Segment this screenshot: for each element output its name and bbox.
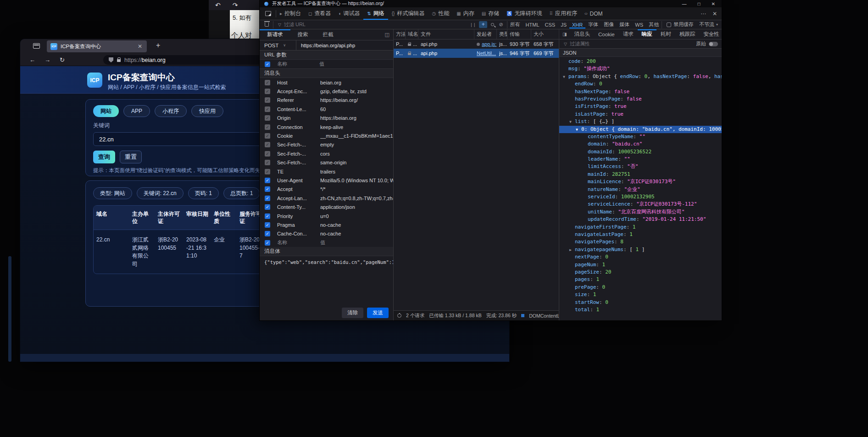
json-tree-row[interactable]: navigateFirstPage: 1 xyxy=(559,224,722,231)
request-header-row[interactable]: ✓Content-Le...60 xyxy=(260,105,393,113)
checkbox-checked-icon[interactable]: ✓ xyxy=(265,204,270,210)
type-filter-其他[interactable]: 其他 xyxy=(646,20,662,29)
header-value[interactable]: beian.org xyxy=(320,80,393,85)
type-filter-媒体[interactable]: 媒体 xyxy=(617,20,632,29)
header-value[interactable]: zh-CN,zh;q=0.8,zh-TW;q=0.7,zh-HK;q=0... xyxy=(320,196,393,201)
request-header-row[interactable]: ✓Sec-Fetch-...same-origin xyxy=(260,158,393,167)
json-tree-row[interactable]: ▼0: Object { domain: "baidu.cn", domainI… xyxy=(559,126,722,133)
header-value[interactable]: cors xyxy=(320,151,393,157)
network-column-文件[interactable]: 文件 xyxy=(418,29,474,39)
dock-panel-icon[interactable]: ◨ xyxy=(559,32,570,37)
filter-url-input[interactable]: 过滤 URL xyxy=(284,21,306,28)
json-tree-row[interactable]: mainLicence: "京ICP证030173号" xyxy=(559,178,722,185)
request-header-row[interactable]: ✓TEtrailers xyxy=(260,167,393,176)
devtools-tab-DOM[interactable]: ‹›DOM xyxy=(581,7,606,20)
header-value[interactable]: 值 xyxy=(320,239,393,246)
search-icon[interactable] xyxy=(491,23,494,26)
header-value[interactable]: gzip, deflate, br, zstd xyxy=(320,89,393,94)
network-column-发起者[interactable]: 发起者 xyxy=(474,29,497,39)
response-tab-请求[interactable]: 请求 xyxy=(619,29,638,39)
json-tree-row[interactable]: ▼list: [ {…} ] xyxy=(559,118,722,125)
request-header-row[interactable]: ✓Originhttps://beian.org xyxy=(260,114,393,123)
request-header-row[interactable]: ✓Sec-Fetch-...empty xyxy=(260,140,393,149)
json-tree-row[interactable]: serviceLicence: "京ICP证030173号-112" xyxy=(559,201,722,208)
request-header-row[interactable]: ✓名称值 xyxy=(260,238,393,247)
header-name[interactable]: Sec-Fetch-... xyxy=(277,142,320,147)
reload-button[interactable]: ↻ xyxy=(60,56,65,63)
checkbox-checked-icon[interactable]: ✓ xyxy=(265,231,270,236)
type-filter-XHR[interactable]: XHR xyxy=(569,21,585,28)
back-button[interactable]: ← xyxy=(29,56,35,63)
forward-icon[interactable]: ↷ xyxy=(233,1,238,9)
expander-open-icon[interactable]: ▼ xyxy=(569,118,575,125)
header-name[interactable]: Priority xyxy=(277,213,320,219)
header-name[interactable]: Host xyxy=(277,80,320,85)
checkbox-checked-icon[interactable]: ✓ xyxy=(265,80,270,85)
devtools-tab-性能[interactable]: ◷性能 xyxy=(428,7,453,20)
header-value[interactable]: u=0 xyxy=(320,213,393,219)
response-tab-Cookie[interactable]: Cookie xyxy=(594,29,619,39)
header-name[interactable]: Accept xyxy=(277,186,320,192)
json-tree-row[interactable]: limitAccess: "否" xyxy=(559,163,722,170)
initiator-link[interactable]: NetUtil... xyxy=(477,50,496,56)
json-tree-row[interactable]: endRow: 0 xyxy=(559,80,722,88)
checkbox-checked-icon[interactable]: ✓ xyxy=(265,213,270,219)
header-name[interactable]: Cookie xyxy=(277,133,320,139)
header-value[interactable]: Mozilla/5.0 (Windows NT 10.0; Win64; x6.… xyxy=(320,178,393,183)
request-editor-tab-搜索[interactable]: 搜索 xyxy=(290,29,316,40)
maximize-icon[interactable]: □ xyxy=(698,1,701,6)
header-name[interactable]: Sec-Fetch-... xyxy=(277,151,320,157)
expander-open-icon[interactable]: ▼ xyxy=(576,126,581,133)
param-value-placeholder[interactable]: 值 xyxy=(319,61,324,67)
checkbox-checked-icon[interactable]: ✓ xyxy=(265,115,270,121)
header-name[interactable]: Sec-Fetch-... xyxy=(277,160,320,165)
type-filter-图像[interactable]: 图像 xyxy=(601,20,617,29)
request-header-row[interactable]: ✓Connectionkeep-alive xyxy=(260,123,393,131)
header-name[interactable]: Accept-Lan... xyxy=(277,196,320,201)
request-editor-tab-新请求[interactable]: 新请求 xyxy=(260,29,290,40)
request-header-row[interactable]: ✓Cache-Con...no-cache xyxy=(260,230,393,238)
json-tree-row[interactable]: updateRecordTime: "2019-01-24 11:21:50" xyxy=(559,216,722,223)
json-tree-row[interactable]: nextPage: 0 xyxy=(559,253,722,261)
header-value[interactable]: */* xyxy=(320,186,393,192)
devtools-menu-icon[interactable]: ⋯ xyxy=(701,11,706,17)
checkbox-checked-icon[interactable]: ✓ xyxy=(265,151,270,157)
shield-icon[interactable] xyxy=(109,57,113,62)
json-tree-row[interactable]: hasNextPage: false xyxy=(559,88,722,95)
expander-open-icon[interactable]: ▼ xyxy=(563,73,568,80)
json-tree-row[interactable]: prePage: 0 xyxy=(559,284,722,291)
disable-cache-label[interactable]: 禁用缓存 xyxy=(673,21,694,28)
tab-close-icon[interactable]: ✕ xyxy=(137,43,143,50)
json-tree-row[interactable]: pageNum: 1 xyxy=(559,261,722,269)
header-value[interactable]: no-cache xyxy=(320,222,393,228)
query-type-tab-快应用[interactable]: 快应用 xyxy=(191,105,223,117)
dock-panel-icon[interactable]: ◫ xyxy=(385,32,393,38)
checkbox-checked-icon[interactable]: ✓ xyxy=(265,222,270,228)
header-name[interactable]: 名称 xyxy=(277,239,320,246)
query-type-tab-小程序[interactable]: 小程序 xyxy=(155,105,187,117)
checkbox-checked-icon[interactable]: ✓ xyxy=(265,240,270,246)
network-column-类型[interactable]: 类型 xyxy=(497,29,507,39)
json-tree-row[interactable]: isFirstPage: true xyxy=(559,103,722,110)
json-tree-row[interactable]: leaderName: "" xyxy=(559,156,722,163)
header-name[interactable]: TE xyxy=(277,169,320,174)
checkbox-checked-icon[interactable]: ✓ xyxy=(265,186,270,192)
request-url-input[interactable]: https://beian.org/api.php xyxy=(296,43,393,48)
json-tree-row[interactable]: serviceId: 10002132905 xyxy=(559,193,722,201)
checkbox-checked-icon[interactable]: ✓ xyxy=(265,142,270,147)
header-value[interactable]: same-origin xyxy=(320,160,393,165)
response-tab-安全性[interactable]: 安全性 xyxy=(699,29,723,39)
query-type-tab-APP[interactable]: APP xyxy=(123,105,150,117)
header-value[interactable]: empty xyxy=(320,142,393,147)
json-tree-row[interactable]: navigatePages: 8 xyxy=(559,238,722,246)
minimize-icon[interactable]: — xyxy=(682,1,687,6)
json-tree-row[interactable]: unitName: "北京百度网讯科技有限公司" xyxy=(559,208,722,216)
type-filter-WS[interactable]: WS xyxy=(632,21,646,28)
json-tree-row[interactable]: code: 200 xyxy=(559,58,722,65)
devtools-tab-应用程序[interactable]: ⠿应用程序 xyxy=(546,7,581,20)
header-value[interactable]: __mxau__c1-FlDsBKmM=1aec177f-1808-... xyxy=(320,133,393,139)
header-name[interactable]: Connection xyxy=(277,124,320,130)
type-filter-HTML[interactable]: HTML xyxy=(523,21,542,28)
response-tab-消息头[interactable]: 消息头 xyxy=(570,29,594,39)
back-icon[interactable]: ↶ xyxy=(215,1,221,9)
